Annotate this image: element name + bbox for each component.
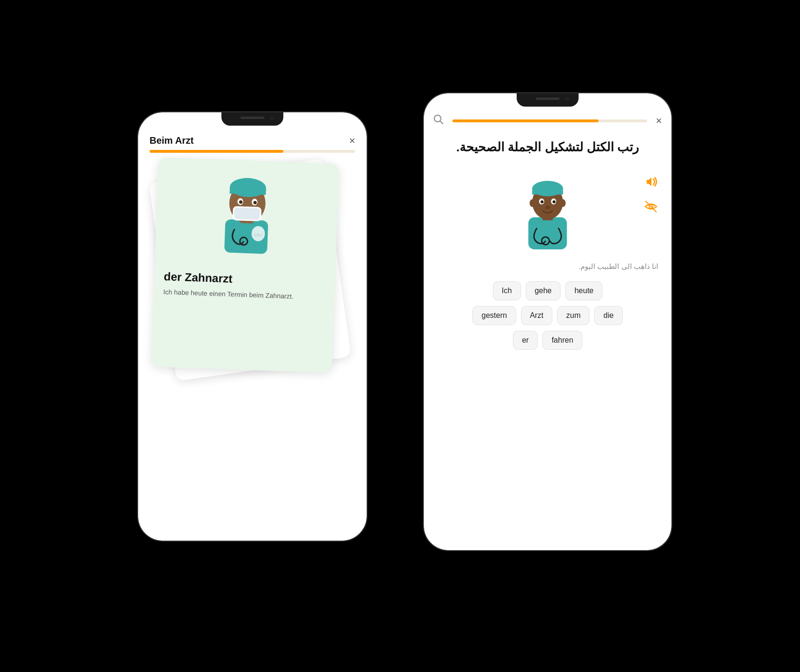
doctor-illustration-area: [424, 163, 671, 258]
phone-back-screen: Beim Arzt ×: [138, 112, 367, 541]
speaker-back: [240, 117, 264, 119]
back-screen-content: Beim Arzt ×: [138, 112, 367, 541]
scene: Beim Arzt ×: [114, 74, 686, 598]
svg-line-19: [440, 121, 443, 124]
front-progress-bar: [452, 119, 647, 122]
exercise-title: رتب الكتل لتشكيل الجملة الصحيحة.: [424, 129, 671, 163]
flashcard-zahnarzt[interactable]: der Zahnarzt Ich habe heute einen Termin…: [151, 158, 339, 373]
front-progress-fill: [452, 119, 599, 122]
phone-front-screen: × رتب الكتل لتشكيل الجملة الصحيحة.: [424, 93, 671, 550]
speaker-button[interactable]: [642, 173, 660, 191]
notch-front: [517, 93, 579, 107]
word-row-1: Ich gehe heute: [424, 278, 671, 303]
translation-hint: انا ذاهب الى الطبيب اليوم.: [424, 258, 671, 278]
back-header: Beim Arzt ×: [138, 129, 367, 150]
phone-front: × رتب الكتل لتشكيل الجملة الصحيحة.: [424, 93, 671, 550]
front-close-button[interactable]: ×: [656, 115, 662, 127]
back-title: Beim Arzt: [150, 135, 194, 146]
svg-rect-9: [230, 187, 266, 195]
svg-rect-15: [234, 208, 260, 220]
svg-point-26: [560, 199, 566, 207]
search-icon[interactable]: [433, 114, 444, 127]
zahnarzt-image-area: [155, 158, 339, 268]
svg-rect-24: [532, 189, 563, 195]
svg-point-25: [530, 199, 535, 207]
back-close-button[interactable]: ×: [349, 136, 355, 146]
word-chip-er[interactable]: er: [513, 331, 538, 350]
word-chip-fahren[interactable]: fahren: [542, 331, 582, 350]
word-chip-die[interactable]: die: [594, 306, 622, 325]
zahnarzt-card-text: Ich habe heute einen Termin beim Zahnarz…: [163, 287, 326, 303]
notch-back: [221, 112, 283, 126]
speaker-front: [536, 98, 560, 100]
eye-off-button[interactable]: [642, 198, 660, 216]
back-progress-bar: [150, 150, 355, 153]
word-chip-arzt[interactable]: Arzt: [521, 306, 552, 325]
front-action-icons: [642, 173, 660, 216]
back-progress-fill: [150, 150, 283, 153]
word-chip-zum[interactable]: zum: [557, 306, 590, 325]
flashcard-area: die Ta Sie so Tablett ne: [148, 160, 357, 398]
word-chip-ich[interactable]: Ich: [493, 281, 521, 300]
front-top-bar: ×: [424, 110, 671, 129]
word-chip-gehe[interactable]: gehe: [526, 281, 561, 300]
svg-point-31: [546, 206, 550, 209]
zahnarzt-card-content: der Zahnarzt Ich habe heute einen Termin…: [153, 262, 336, 310]
svg-point-30: [552, 200, 555, 203]
masked-doctor-illustration: [210, 167, 285, 259]
front-screen-content: × رتب الكتل لتشكيل الجملة الصحيحة.: [424, 93, 671, 550]
word-row-2: gestern Arzt zum die: [424, 303, 671, 328]
camera-back: [270, 116, 274, 120]
svg-line-34: [646, 201, 656, 212]
word-chip-heute[interactable]: heute: [565, 281, 602, 300]
word-row-3: er fahren: [424, 328, 671, 353]
zahnarzt-card-title: der Zahnarzt: [164, 270, 326, 289]
camera-front: [565, 97, 569, 101]
doctor-illustration: [514, 168, 581, 254]
word-chip-gestern[interactable]: gestern: [472, 306, 516, 325]
svg-point-29: [540, 200, 543, 203]
phone-back: Beim Arzt ×: [138, 112, 367, 541]
